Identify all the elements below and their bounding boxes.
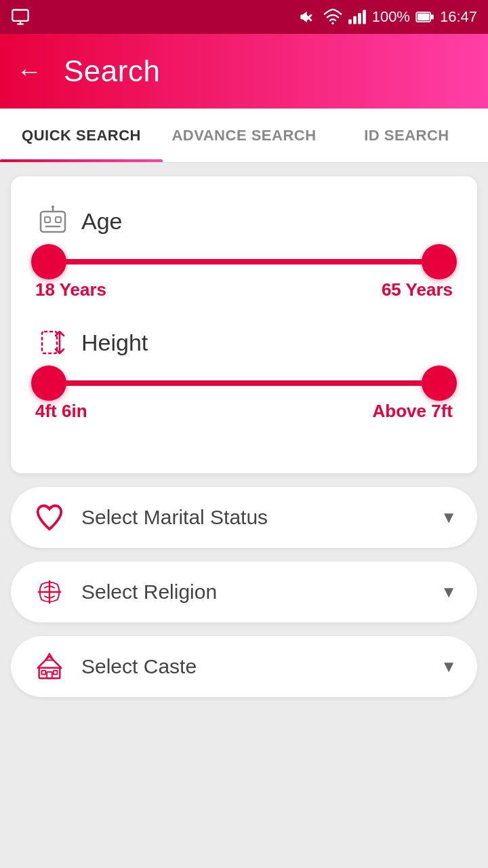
height-min-label: 4ft 6in: [35, 401, 87, 422]
height-section: Height 4ft 6in Above 7ft: [35, 325, 453, 422]
age-max-label: 65 Years: [382, 279, 453, 300]
religion-arrow-icon: ▼: [441, 583, 457, 601]
status-left-icons: [11, 7, 30, 26]
age-slider-thumb-max[interactable]: [422, 244, 457, 279]
age-slider-thumb-min[interactable]: [31, 244, 66, 279]
svg-rect-17: [42, 332, 57, 353]
age-icon: [35, 203, 70, 239]
heart-icon: [31, 499, 68, 536]
age-height-card: Age 18 Years 65 Years: [11, 176, 477, 473]
status-bar: 100% 16:47: [0, 0, 488, 34]
toolbar: ← Search: [0, 34, 488, 108]
svg-rect-12: [45, 217, 50, 222]
battery-percent: 100%: [372, 8, 410, 26]
height-slider-thumb-max[interactable]: [422, 366, 457, 401]
svg-rect-10: [418, 14, 430, 21]
svg-marker-22: [38, 656, 62, 668]
svg-rect-5: [353, 16, 357, 24]
age-slider-fill: [49, 259, 439, 264]
height-heading: Height: [35, 325, 453, 360]
tab-id-search[interactable]: ID SEARCH: [325, 108, 488, 162]
svg-rect-24: [47, 672, 52, 679]
religion-label: Select Religion: [81, 580, 427, 604]
religion-icon: [31, 574, 68, 610]
height-range-labels: 4ft 6in Above 7ft: [35, 401, 453, 422]
svg-rect-0: [12, 10, 28, 21]
svg-point-16: [52, 205, 54, 208]
page-title: Search: [64, 54, 160, 88]
height-slider-fill: [49, 380, 439, 386]
marital-status-label: Select Marital Status: [81, 506, 427, 529]
caste-arrow-icon: ▼: [441, 657, 457, 676]
svg-rect-13: [56, 217, 61, 222]
height-icon: [35, 325, 70, 360]
height-label: Height: [81, 330, 148, 356]
age-heading: Age: [35, 203, 453, 239]
svg-rect-6: [358, 13, 361, 24]
age-min-label: 18 Years: [35, 279, 106, 300]
height-max-label: Above 7ft: [373, 401, 453, 422]
tab-advance-search[interactable]: ADVANCE SEARCH: [163, 108, 325, 162]
tab-quick-search[interactable]: QUICK SEARCH: [0, 108, 163, 162]
status-right-icons: 100% 16:47: [299, 7, 477, 26]
age-label: Age: [81, 208, 123, 235]
caste-dropdown[interactable]: Select Caste ▼: [11, 636, 477, 697]
svg-rect-25: [42, 671, 46, 675]
main-content: Age 18 Years 65 Years: [0, 163, 488, 868]
height-slider-track[interactable]: [49, 380, 439, 386]
svg-rect-4: [348, 20, 352, 24]
tabs-container: QUICK SEARCH ADVANCE SEARCH ID SEARCH: [0, 108, 488, 163]
svg-rect-26: [54, 671, 58, 675]
religion-dropdown[interactable]: Select Religion ▼: [11, 561, 477, 623]
age-range-labels: 18 Years 65 Years: [35, 279, 453, 300]
marital-status-dropdown[interactable]: Select Marital Status ▼: [11, 487, 477, 548]
age-slider-track[interactable]: [49, 259, 439, 264]
marital-status-arrow-icon: ▼: [441, 508, 457, 527]
svg-point-3: [331, 22, 334, 25]
svg-rect-7: [363, 10, 366, 24]
temple-icon: [31, 648, 68, 685]
clock: 16:47: [440, 8, 477, 26]
height-slider-thumb-min[interactable]: [31, 366, 66, 401]
caste-label: Select Caste: [81, 655, 427, 678]
svg-rect-9: [430, 15, 434, 20]
age-section: Age 18 Years 65 Years: [35, 203, 453, 300]
back-button[interactable]: ←: [16, 58, 42, 84]
